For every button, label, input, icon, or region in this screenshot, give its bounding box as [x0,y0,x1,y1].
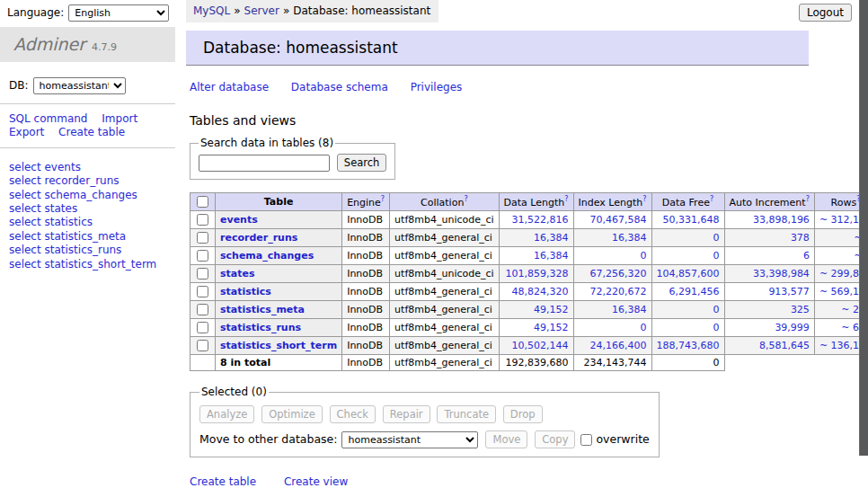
search-input[interactable] [199,155,330,172]
sidebar-link-export[interactable]: Export [9,126,44,138]
index-length-link[interactable]: 70,467,584 [590,214,647,226]
table-link[interactable]: statistics_meta [220,304,305,315]
breadcrumb-server[interactable]: Server [244,4,279,17]
row-checkbox[interactable] [197,214,208,226]
data-length-link[interactable]: 16,384 [534,250,569,262]
language-select[interactable]: English [68,4,169,22]
sidebar-link-import[interactable]: Import [102,112,137,125]
search-button[interactable]: Search [337,154,387,172]
move-button[interactable]: Move [485,430,527,448]
move-database-select[interactable]: homeassistant [341,431,478,448]
analyze-button[interactable]: Analyze [199,405,254,423]
data-length-link[interactable]: 31,522,816 [512,214,569,226]
alter-database-link[interactable]: Alter database [190,81,269,93]
copy-button[interactable]: Copy [535,430,575,448]
overwrite-checkbox[interactable] [580,434,592,446]
data-free-link[interactable]: 6,291,456 [669,286,720,297]
data-length-link[interactable]: 101,859,328 [506,268,569,279]
select-link[interactable]: select [9,189,41,201]
data-free-link[interactable]: 104,857,600 [657,268,720,279]
help-link[interactable]: ? [381,195,385,203]
data-free-link[interactable]: 188,743,680 [657,340,720,351]
select-link[interactable]: select [9,202,41,215]
index-length-link[interactable]: 0 [641,322,647,333]
breadcrumb-mysql[interactable]: MySQL [193,4,230,17]
data-length-cell: 31,522,816 [499,211,573,229]
optimize-button[interactable]: Optimize [261,405,323,423]
drop-button[interactable]: Drop [503,405,543,423]
select-link[interactable]: select [9,174,41,187]
table-link[interactable]: recorder_runs [220,232,297,244]
truncate-button[interactable]: Truncate [437,405,496,423]
data-free-link[interactable]: 0 [713,250,720,262]
sidebar-table-statistics[interactable]: statistics [44,216,93,228]
data-free-link[interactable]: 50,331,648 [663,214,720,226]
index-length-link[interactable]: 16,384 [612,232,647,244]
auto-increment-link[interactable]: 8,581,645 [759,340,810,351]
table-link[interactable]: events [220,214,258,226]
index-length-link[interactable]: 24,166,400 [590,340,647,351]
create-table-link[interactable]: Create table [190,475,256,488]
data-length-link[interactable]: 49,152 [534,304,569,315]
data-length-link[interactable]: 10,502,144 [512,340,569,351]
row-checkbox[interactable] [197,250,208,262]
auto-increment-link[interactable]: 33,898,196 [753,214,810,226]
sidebar-table-statistics-short-term[interactable]: statistics_short_term [44,258,156,271]
data-free-link[interactable]: 0 [713,232,720,244]
auto-increment-link[interactable]: 913,577 [768,286,810,297]
auto-increment-link[interactable]: 6 [803,250,810,262]
select-link[interactable]: select [9,244,41,256]
check-button[interactable]: Check [330,405,376,423]
row-checkbox[interactable] [197,322,208,333]
scrollbar-thumb[interactable] [859,0,868,456]
db-select[interactable]: homeassistant [33,77,126,94]
auto-increment-link[interactable]: 378 [791,232,810,244]
sidebar-table-recorder-runs[interactable]: recorder_runs [44,174,119,187]
select-all-checkbox[interactable] [197,196,208,208]
select-link[interactable]: select [9,161,41,173]
data-free-link[interactable]: 0 [713,304,720,315]
sidebar-table-schema-changes[interactable]: schema_changes [44,189,137,201]
index-length-link[interactable]: 16,384 [612,304,647,315]
privileges-link[interactable]: Privileges [411,81,463,93]
scrollbar-track[interactable] [859,0,868,488]
help-link[interactable]: ? [806,195,810,203]
index-length-link[interactable]: 72,220,672 [590,286,647,297]
select-link[interactable]: select [9,216,41,228]
data-length-link[interactable]: 48,824,320 [512,286,569,297]
data-length-link[interactable]: 16,384 [534,232,569,244]
sidebar-table-events[interactable]: events [44,161,80,173]
index-length-link[interactable]: 67,256,320 [590,268,647,279]
row-checkbox[interactable] [197,304,208,315]
row-checkbox[interactable] [197,286,208,297]
auto-increment-link[interactable]: 39,999 [775,322,810,333]
sidebar-link-create-table[interactable]: Create table [58,126,125,138]
auto-increment-link[interactable]: 325 [791,304,810,315]
auto-increment-link[interactable]: 33,398,984 [753,268,810,279]
help-link[interactable]: ? [642,195,646,203]
select-link[interactable]: select [9,258,41,271]
table-link[interactable]: statistics_short_term [220,340,337,351]
repair-button[interactable]: Repair [383,405,430,423]
app-version[interactable]: 4.7.9 [92,41,117,53]
create-view-link[interactable]: Create view [284,475,348,488]
table-link[interactable]: statistics [220,286,271,297]
help-link[interactable]: ? [464,195,467,203]
table-link[interactable]: statistics_runs [220,322,301,333]
data-free-link[interactable]: 0 [713,322,720,333]
database-schema-link[interactable]: Database schema [291,81,388,93]
help-link[interactable]: ? [564,195,568,203]
table-link[interactable]: states [220,268,255,279]
sidebar-table-states[interactable]: states [44,202,77,215]
index-length-link[interactable]: 0 [641,250,647,262]
sidebar-table-statistics-meta[interactable]: statistics_meta [44,230,126,243]
row-checkbox[interactable] [197,232,208,244]
sidebar-table-statistics-runs[interactable]: statistics_runs [44,244,121,256]
sidebar-link-sql-command[interactable]: SQL command [9,112,87,125]
row-checkbox[interactable] [197,340,208,351]
select-link[interactable]: select [9,230,41,243]
table-link[interactable]: schema_changes [220,250,314,262]
row-checkbox[interactable] [197,268,208,279]
data-length-link[interactable]: 49,152 [534,322,569,333]
help-link[interactable]: ? [710,195,713,203]
